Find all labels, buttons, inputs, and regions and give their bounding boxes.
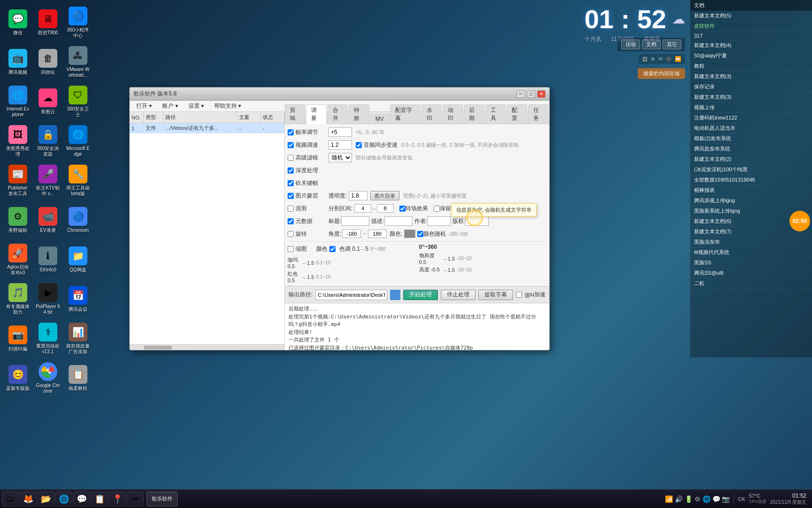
split-to-input[interactable] bbox=[377, 204, 394, 213]
sidebar-item-12[interactable]: 模板(2)发布系统 bbox=[690, 134, 812, 144]
scrollbar-horizontal[interactable] bbox=[130, 344, 284, 350]
color-swatch[interactable] bbox=[404, 230, 415, 238]
sidebar-item-25[interactable]: 腾讯SS@ul8 bbox=[690, 268, 812, 278]
version-input[interactable] bbox=[465, 216, 489, 226]
desktop-icon-lenovo[interactable]: 🖥 联想T800 bbox=[34, 4, 62, 41]
menu-help[interactable]: 帮助支持 ▾ bbox=[210, 101, 246, 111]
sidebar-item-3[interactable]: 新建文本文档(4) bbox=[690, 40, 812, 51]
taskbar-wechat-btn[interactable]: 💬 bbox=[73, 492, 90, 507]
sidebar-item-14[interactable]: 新建文本文档(2) bbox=[690, 154, 812, 165]
scrollbar-thumb[interactable] bbox=[144, 346, 172, 349]
image-layer-checkbox[interactable] bbox=[288, 193, 294, 199]
tab-tiaoliang[interactable]: 调量 bbox=[306, 104, 326, 124]
transition-checkbox[interactable] bbox=[399, 206, 406, 212]
desktop-icon-meiye[interactable]: ⚙ 美野辅助 bbox=[4, 201, 32, 239]
adv-filter-select[interactable]: 随机 无 模糊 bbox=[328, 153, 352, 162]
adv-filter-checkbox[interactable] bbox=[288, 155, 294, 161]
tab-jianjian[interactable]: 剪辑 bbox=[285, 104, 305, 124]
sidebar-item-13[interactable]: 腾讯批发布系统 bbox=[690, 144, 812, 154]
tab-mv[interactable]: MV bbox=[370, 114, 389, 124]
desktop-icon-recycle[interactable]: 🗑 回收站 bbox=[34, 43, 62, 81]
window-close-btn[interactable]: ✕ bbox=[537, 90, 546, 98]
desktop-icon-qqpan[interactable]: 📁 QQ网盘 bbox=[64, 241, 92, 278]
other-btn[interactable]: 其它 bbox=[663, 40, 681, 49]
file-row-1[interactable]: 1 文件 .../Videos/还有九个多... - - bbox=[130, 123, 284, 134]
frame-rate-checkbox[interactable] bbox=[288, 129, 294, 135]
keep-audio-checkbox[interactable] bbox=[434, 206, 440, 212]
desktop-icon-reset[interactable]: ⚕ 重置伤病处 v13.1 bbox=[34, 320, 62, 357]
desktop-icon-meitu[interactable]: 🖼 美图秀秀处理 bbox=[4, 122, 32, 160]
sidebar-item-6[interactable]: 新建文本文档(3) bbox=[690, 71, 812, 82]
sidebar-item-1[interactable]: 皮软软件 bbox=[690, 21, 812, 32]
sidebar-item-17[interactable]: 棍棒报表 bbox=[690, 185, 812, 196]
desktop-icon-ktv[interactable]: 🎤 歌王KTV制作 v... bbox=[34, 162, 62, 199]
tab-houqi[interactable]: 后期 bbox=[464, 104, 484, 124]
sidebar-item-2[interactable]: 317 bbox=[690, 32, 812, 40]
sidebar-item-15[interactable]: (冰泥发涩机)100个纯黑 bbox=[690, 165, 812, 175]
sidebar-item-22[interactable]: 黑脸冻发布 bbox=[690, 237, 812, 247]
start-process-btn[interactable]: 开始处理 bbox=[403, 290, 438, 300]
menu-open[interactable]: 打开 ▾ bbox=[132, 101, 156, 111]
desktop-icon-weixin[interactable]: 💬 微信 bbox=[4, 4, 32, 41]
gpu-checkbox[interactable] bbox=[516, 292, 522, 298]
taskbar-firefox-btn[interactable]: 🦊 bbox=[20, 492, 37, 507]
tab-dongyin[interactable]: 动印 bbox=[443, 104, 463, 124]
rotate-checkbox[interactable] bbox=[288, 231, 294, 237]
mix-cut-checkbox[interactable] bbox=[288, 206, 294, 212]
menu-account[interactable]: 账户 ▾ bbox=[157, 101, 182, 111]
desktop-icon-potplayer[interactable]: ▶ PotPlayer 64 bit bbox=[34, 280, 62, 318]
title-input[interactable] bbox=[341, 216, 369, 226]
desktop-icon-tencent-meeting[interactable]: 📅 腾讯会议 bbox=[64, 280, 92, 318]
thumbnail-color-checkbox[interactable] bbox=[329, 246, 336, 252]
video-speed-input[interactable] bbox=[328, 140, 352, 150]
tab-peiyinzimu[interactable]: 配音字幕 bbox=[390, 104, 421, 124]
sidebar-item-0[interactable]: 新建文本文档(5) bbox=[690, 11, 812, 21]
tab-peizhi[interactable]: 配置 bbox=[507, 104, 527, 124]
desktop-icon-lanmian[interactable]: 😊 蓝脸专版版 bbox=[4, 359, 32, 397]
menu-settings[interactable]: 设置 ▾ bbox=[184, 101, 209, 111]
sidebar-item-24[interactable]: 黑脸SS bbox=[690, 258, 812, 268]
sidebar-item-10[interactable]: 注册码机tnew1122 bbox=[690, 113, 812, 123]
sidebar-item-11[interactable]: 电动机器人适当木 bbox=[690, 123, 812, 134]
taskbar-active-app[interactable]: 歌乐软件 bbox=[147, 492, 178, 507]
desktop-icon-ie[interactable]: 🌐 Internet Explorer bbox=[4, 83, 32, 120]
desktop-icon-scan[interactable]: 📷 扫描纠偏 bbox=[4, 320, 32, 357]
taskbar-explorer-btn[interactable]: 📂 bbox=[38, 492, 55, 507]
sidebar-item-5[interactable]: 教程 bbox=[690, 61, 812, 71]
desktop-icon-ev[interactable]: 📹 EV录屏 bbox=[34, 201, 62, 239]
doc-btn[interactable]: 文档 bbox=[642, 40, 661, 49]
desktop-icon-360-browser[interactable]: 🔒 360安全浏览器 bbox=[34, 122, 62, 160]
stop-process-btn[interactable]: 停止处理 bbox=[441, 290, 476, 300]
tab-renwu[interactable]: 任务 bbox=[528, 104, 548, 124]
window-minimize-btn[interactable]: ─ bbox=[516, 90, 525, 98]
taskbar-ie-btn[interactable]: 🌐 bbox=[55, 492, 72, 507]
desktop-icon-tencent-video[interactable]: 📺 腾讯视频 bbox=[4, 43, 32, 81]
desktop-icon-agloo[interactable]: 🚀 Agloo启动发布v3 bbox=[4, 241, 32, 278]
thumbnail-checkbox[interactable] bbox=[288, 246, 294, 252]
image-dir-btn[interactable]: 图片目录 bbox=[370, 191, 399, 200]
sidebar-item-7[interactable]: 保存记录 bbox=[690, 82, 812, 92]
mute-key-checkbox[interactable] bbox=[288, 180, 294, 186]
desktop-icon-publisher[interactable]: 📰 Publisher 发布工具 bbox=[4, 162, 32, 199]
frame-rate-input[interactable] bbox=[328, 127, 352, 137]
desktop-icon-chromium[interactable]: 🔵 Chromium bbox=[64, 201, 92, 239]
audio-sync-checkbox[interactable] bbox=[356, 142, 362, 148]
window-maximize-btn[interactable]: □ bbox=[527, 90, 535, 98]
taskbar-note-btn[interactable]: 📋 bbox=[91, 492, 108, 507]
video-speed-checkbox[interactable] bbox=[288, 142, 294, 148]
sidebar-item-18[interactable]: 腾讯添视上传lgog bbox=[690, 196, 812, 206]
taskbar-pin-btn[interactable]: 📍 bbox=[109, 492, 126, 507]
opacity-input[interactable] bbox=[349, 191, 367, 200]
sidebar-item-16[interactable]: 全部数据15905101319046 bbox=[690, 175, 812, 185]
split-from-input[interactable] bbox=[354, 204, 371, 213]
desktop-icon-media[interactable]: 🎵 有专属媒体助力 bbox=[4, 280, 32, 318]
angle-from-input[interactable] bbox=[342, 230, 361, 238]
angle-to-input[interactable] bbox=[368, 230, 387, 238]
color-random-checkbox[interactable] bbox=[417, 231, 423, 237]
tab-shuiyin[interactable]: 水印 bbox=[422, 104, 442, 124]
sidebar-item-9[interactable]: 视频上传 bbox=[690, 103, 812, 113]
desktop-icon-lushen[interactable]: 📊 路胜视批量广告添加 bbox=[64, 320, 92, 357]
sidebar-item-8[interactable]: 新建文本文档(3) bbox=[690, 92, 812, 103]
desktop-icon-chrome[interactable]: Google Chrome bbox=[34, 359, 62, 397]
taskbar-start-btn[interactable]: 🗂 bbox=[2, 492, 19, 507]
